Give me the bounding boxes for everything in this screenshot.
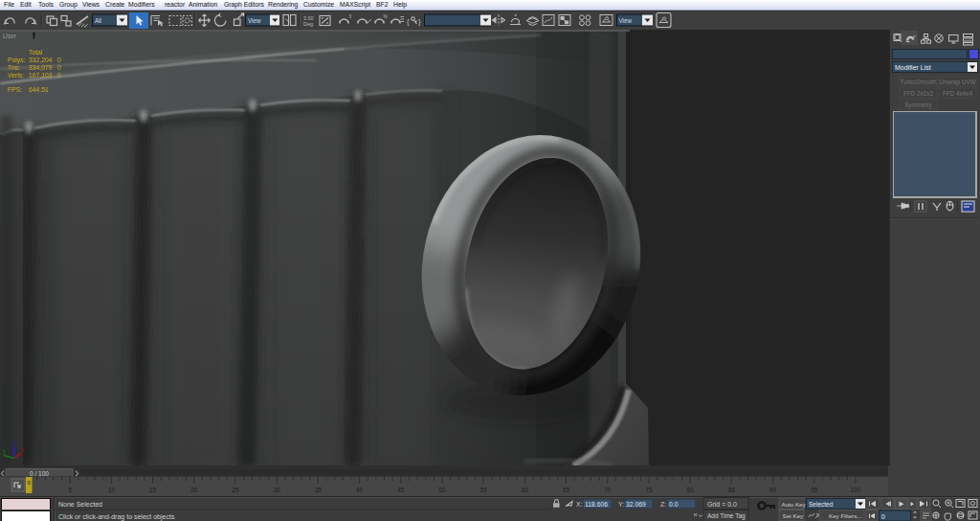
svg-text:118.606: 118.606: [585, 501, 608, 508]
svg-text:30: 30: [274, 487, 281, 493]
svg-text:0: 0: [881, 513, 885, 520]
svg-text:65: 65: [563, 487, 570, 493]
svg-text:25: 25: [232, 487, 239, 493]
svg-text:z: z: [12, 440, 15, 446]
svg-text:5: 5: [68, 487, 72, 493]
svg-text:Polys:: Polys:: [8, 57, 26, 64]
svg-text:Total: Total: [29, 49, 43, 56]
svg-text:70: 70: [604, 487, 612, 493]
svg-text:167,103: 167,103: [29, 72, 53, 79]
svg-text:Modifier List: Modifier List: [895, 64, 931, 71]
svg-text:User: User: [3, 33, 17, 39]
svg-text:35: 35: [315, 487, 323, 493]
svg-text:50: 50: [438, 487, 446, 493]
svg-text:0: 0: [57, 72, 61, 79]
svg-text:100: 100: [851, 487, 861, 493]
svg-text:}: }: [418, 17, 421, 26]
svg-text:32.069: 32.069: [626, 501, 646, 508]
svg-text:Grid = 0.0: Grid = 0.0: [707, 501, 737, 508]
svg-text:95: 95: [811, 487, 818, 493]
svg-text:Selected: Selected: [809, 501, 834, 508]
svg-text:All: All: [95, 17, 101, 24]
svg-text:View: View: [619, 17, 633, 24]
svg-text:X:: X:: [576, 501, 583, 508]
svg-text:None Selected: None Selected: [58, 501, 102, 508]
svg-text:Click or click-and-drag to sel: Click or click-and-drag to select object…: [58, 513, 175, 521]
svg-text:45: 45: [397, 487, 405, 493]
svg-text:55: 55: [480, 487, 488, 493]
svg-text:Unwrap UVW: Unwrap UVW: [939, 79, 975, 86]
svg-text:85: 85: [728, 487, 736, 493]
svg-text:334,079: 334,079: [29, 64, 53, 71]
svg-text:60: 60: [522, 487, 529, 493]
svg-text:Symmetry: Symmetry: [904, 102, 932, 109]
svg-text:332,204: 332,204: [29, 57, 53, 63]
svg-text:FPS:: FPS:: [8, 86, 22, 93]
svg-text:Add Time Tag: Add Time Tag: [707, 512, 746, 520]
svg-text:Tris:: Tris:: [8, 64, 20, 71]
svg-text:Z:: Z:: [660, 501, 666, 508]
svg-text:90: 90: [769, 487, 777, 493]
svg-text:80: 80: [687, 487, 695, 493]
svg-text:View: View: [248, 17, 261, 24]
svg-text:3: 3: [349, 14, 352, 19]
svg-text:0.0: 0.0: [669, 501, 679, 508]
svg-text:3.00: 3.00: [303, 15, 314, 21]
svg-text:0: 0: [57, 64, 61, 71]
svg-text:Auto Key: Auto Key: [782, 501, 807, 508]
svg-text:40: 40: [356, 487, 364, 493]
svg-text:Deg: Deg: [303, 21, 313, 27]
svg-text:Key Filters...: Key Filters...: [829, 512, 862, 519]
svg-text:644.51: 644.51: [29, 86, 49, 93]
svg-text:%: %: [384, 14, 389, 19]
svg-text:TurboSmooth: TurboSmooth: [901, 79, 937, 85]
svg-text:75: 75: [645, 487, 653, 493]
svg-text:FFD 4x4x4: FFD 4x4x4: [943, 90, 972, 97]
svg-text:Verts:: Verts:: [8, 72, 24, 79]
svg-text:{: {: [407, 17, 410, 26]
svg-text:15: 15: [149, 487, 157, 493]
svg-text:0: 0: [57, 57, 61, 63]
svg-text:20: 20: [190, 487, 198, 493]
svg-text:Set Key: Set Key: [783, 512, 805, 519]
svg-text:Y:: Y:: [618, 501, 624, 508]
svg-text:FFD 2x2x2: FFD 2x2x2: [903, 90, 933, 97]
svg-text:10: 10: [108, 487, 116, 493]
